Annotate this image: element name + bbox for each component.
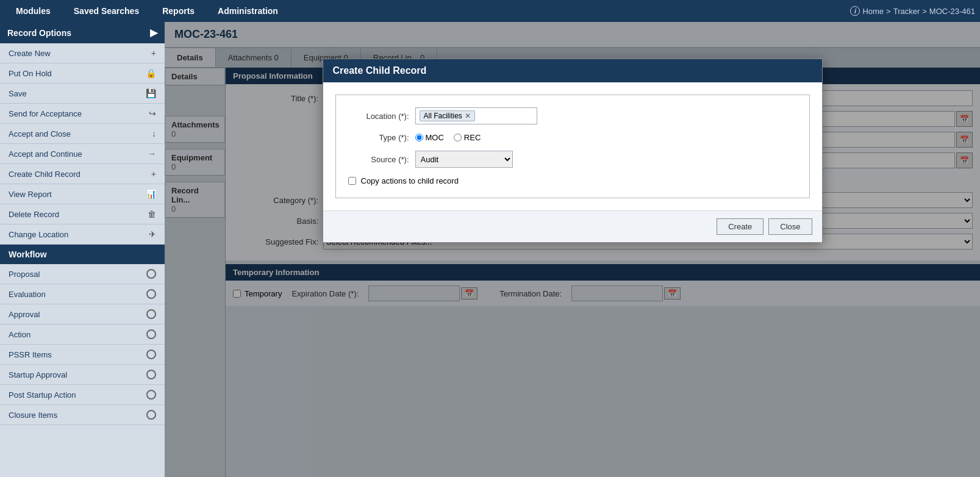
sidebar-title: Record Options	[7, 28, 71, 38]
radio-rec-label: REC	[464, 133, 481, 142]
sidebar-label-save: Save	[9, 89, 27, 98]
source-select[interactable]: Audit Incident Inspection Other	[415, 151, 513, 168]
sidebar-item-put-on-hold[interactable]: Put On Hold 🔒	[0, 63, 165, 84]
modal-header: Create Child Record	[323, 59, 822, 82]
sidebar-label-accept-close: Accept and Close	[9, 129, 71, 138]
create-child-record-modal: Create Child Record Location (*): All Fa…	[323, 59, 823, 243]
workflow-item-evaluation[interactable]: Evaluation	[0, 284, 165, 304]
sidebar-collapse-icon[interactable]: ▶	[150, 27, 157, 38]
copy-checkbox[interactable]	[348, 177, 356, 185]
workflow-item-approval[interactable]: Approval	[0, 304, 165, 325]
sidebar-label-view-report: View Report	[9, 190, 52, 199]
workflow-circle-post-startup	[146, 390, 156, 400]
workflow-item-action[interactable]: Action	[0, 325, 165, 345]
sidebar: Record Options ▶ Create New + Put On Hol…	[0, 22, 165, 477]
location-tag-input[interactable]: All Facilities ✕	[415, 107, 537, 124]
workflow-header: Workflow	[0, 245, 165, 264]
modal-overlay: Create Child Record Location (*): All Fa…	[165, 22, 980, 477]
modal-title: Create Child Record	[333, 65, 427, 76]
radio-moc-input[interactable]	[415, 134, 423, 142]
sidebar-icon-create-child: +	[151, 169, 156, 179]
workflow-label-closure-items: Closure Items	[9, 411, 57, 420]
nav-administration[interactable]: Administration	[207, 2, 289, 20]
modal-copy-row: Copy actions to child record	[348, 176, 797, 185]
sidebar-item-change-location[interactable]: Change Location ✈	[0, 224, 165, 245]
sidebar-item-create-child[interactable]: Create Child Record +	[0, 164, 165, 184]
location-tag: All Facilities ✕	[420, 110, 475, 121]
breadcrumb-sep1: >	[886, 7, 891, 16]
workflow-label-pssr-items: PSSR Items	[9, 350, 52, 359]
type-label: Type (*):	[348, 133, 409, 142]
sidebar-item-send-acceptance[interactable]: Send for Acceptance ↪	[0, 104, 165, 124]
modal-location-input-area: All Facilities ✕	[415, 107, 537, 124]
sidebar-label-create-child: Create Child Record	[9, 170, 80, 179]
breadcrumb-tracker[interactable]: Tracker	[893, 7, 920, 16]
sidebar-icon-accept-close: ↓	[152, 129, 156, 138]
sidebar-item-view-report[interactable]: View Report 📊	[0, 184, 165, 204]
radio-moc-label: MOC	[426, 133, 444, 142]
top-navigation: Modules Saved Searches Reports Administr…	[0, 0, 980, 22]
sidebar-header: Record Options ▶	[0, 22, 165, 43]
modal-footer: Create Close	[323, 210, 822, 242]
breadcrumb-sep2: >	[922, 7, 927, 16]
breadcrumb-record: MOC-23-461	[929, 7, 975, 16]
modal-location-row: Location (*): All Facilities ✕	[348, 107, 797, 124]
workflow-label-approval: Approval	[9, 310, 40, 319]
workflow-item-post-startup[interactable]: Post Startup Action	[0, 385, 165, 405]
sidebar-icon-location: ✈	[149, 229, 156, 239]
nav-modules[interactable]: Modules	[5, 2, 62, 20]
radio-rec-input[interactable]	[454, 134, 462, 142]
workflow-label-evaluation: Evaluation	[9, 290, 46, 299]
sidebar-item-save[interactable]: Save 💾	[0, 84, 165, 104]
close-button[interactable]: Close	[768, 218, 812, 235]
sidebar-icon-send: ↪	[149, 109, 156, 118]
nav-saved-searches[interactable]: Saved Searches	[63, 2, 150, 20]
breadcrumb: i Home > Tracker > MOC-23-461	[850, 6, 975, 16]
radio-moc[interactable]: MOC	[415, 133, 444, 142]
create-button[interactable]: Create	[717, 218, 764, 235]
sidebar-icon-lock: 🔒	[146, 68, 156, 78]
main-layout: Record Options ▶ Create New + Put On Hol…	[0, 22, 980, 477]
workflow-circle-pssr	[146, 350, 156, 359]
location-tag-close[interactable]: ✕	[465, 112, 471, 120]
sidebar-icon-create-new: +	[151, 48, 156, 58]
sidebar-icon-accept-continue: →	[148, 149, 156, 159]
workflow-label-startup-approval: Startup Approval	[9, 370, 67, 379]
workflow-circle-closure	[146, 410, 156, 420]
workflow-item-startup-approval[interactable]: Startup Approval	[0, 365, 165, 385]
modal-type-row: Type (*): MOC REC	[348, 133, 797, 142]
sidebar-label-accept-continue: Accept and Continue	[9, 149, 82, 159]
workflow-circle-evaluation	[146, 289, 156, 299]
radio-rec[interactable]: REC	[454, 133, 481, 142]
workflow-item-proposal[interactable]: Proposal	[0, 264, 165, 284]
workflow-circle-approval	[146, 309, 156, 319]
nav-reports[interactable]: Reports	[151, 2, 206, 20]
modal-source-row: Source (*): Audit Incident Inspection Ot…	[348, 151, 797, 168]
location-tag-text: All Facilities	[424, 112, 462, 120]
workflow-item-closure-items[interactable]: Closure Items	[0, 405, 165, 425]
sidebar-label-create-new: Create New	[9, 49, 51, 58]
sidebar-item-accept-continue[interactable]: Accept and Continue →	[0, 144, 165, 164]
sidebar-label-put-on-hold: Put On Hold	[9, 69, 52, 78]
nav-menu: Modules Saved Searches Reports Administr…	[5, 2, 289, 20]
sidebar-item-create-new[interactable]: Create New +	[0, 43, 165, 63]
sidebar-item-accept-close[interactable]: Accept and Close ↓	[0, 124, 165, 144]
workflow-item-pssr-items[interactable]: PSSR Items	[0, 345, 165, 365]
modal-body: Location (*): All Facilities ✕	[323, 82, 822, 210]
sidebar-icon-view-report: 📊	[146, 189, 156, 199]
modal-form-area: Location (*): All Facilities ✕	[335, 95, 810, 198]
type-radio-group: MOC REC	[415, 133, 481, 142]
info-icon: i	[850, 6, 860, 16]
workflow-circle-startup-approval	[146, 370, 156, 379]
sidebar-label-delete-record: Delete Record	[9, 210, 59, 219]
sidebar-icon-delete: 🗑	[148, 209, 156, 219]
sidebar-label-send-acceptance: Send for Acceptance	[9, 109, 82, 118]
source-label: Source (*):	[348, 155, 409, 164]
workflow-circle-proposal	[146, 269, 156, 279]
location-label: Location (*):	[348, 112, 409, 121]
workflow-label-post-startup: Post Startup Action	[9, 390, 76, 400]
copy-label: Copy actions to child record	[361, 176, 459, 185]
sidebar-item-delete-record[interactable]: Delete Record 🗑	[0, 204, 165, 224]
breadcrumb-home[interactable]: Home	[862, 7, 884, 16]
workflow-label-proposal: Proposal	[9, 270, 40, 279]
